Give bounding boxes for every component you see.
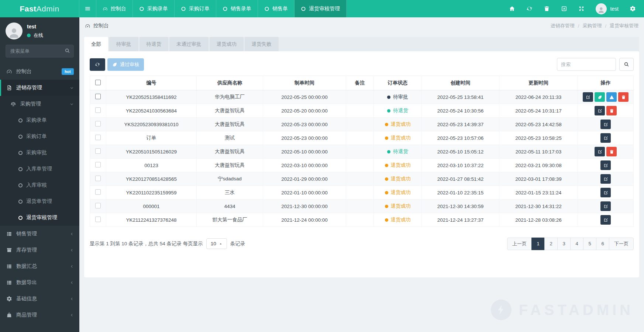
pagination-page-6[interactable]: 6 — [596, 238, 609, 250]
breadcrumb-item[interactable]: 采购管理 — [582, 23, 602, 29]
row-checkbox[interactable] — [95, 94, 101, 99]
pagination-page-5[interactable]: 5 — [583, 238, 596, 250]
topnav-item-purchase-order[interactable]: 采购订单 — [175, 0, 216, 17]
warn-action-button[interactable] — [606, 92, 617, 102]
select-all-checkbox[interactable] — [95, 80, 101, 85]
edit-action-button[interactable] — [600, 160, 611, 170]
sidebar-item-data-summary[interactable]: 数据汇总 — [0, 258, 79, 274]
row-remark — [346, 186, 374, 200]
edit-action-button[interactable] — [600, 120, 611, 129]
pagination-page-1[interactable]: 1 — [531, 238, 545, 250]
status-label: 待退货 — [393, 148, 408, 155]
brand-logo[interactable]: FastAdmin — [0, 0, 79, 17]
sidebar-item-return-manage[interactable]: 退货单管理 — [0, 193, 79, 210]
edit-action-button[interactable] — [600, 133, 611, 143]
trash-action-button[interactable] — [606, 106, 617, 115]
sidebar-item-stock[interactable]: 库存管理 — [0, 242, 79, 258]
edit-action-button[interactable] — [600, 174, 611, 184]
tab-待审批[interactable]: 待审批 — [109, 37, 138, 51]
avatar[interactable] — [6, 23, 23, 39]
row-checkbox[interactable] — [95, 121, 101, 127]
row-checkbox[interactable] — [95, 148, 101, 154]
sidebar-item-goods[interactable]: 商品管理 — [0, 307, 79, 323]
sidebar-item-jxc[interactable]: 进销存管理 — [0, 80, 79, 96]
table-search-input[interactable] — [557, 58, 616, 71]
sidebar-item-return-audit[interactable]: 退货审核管理 — [0, 210, 79, 226]
tab-未通过审批[interactable]: 未通过审批 — [169, 37, 209, 51]
page-size-dropdown[interactable]: 10 — [206, 238, 227, 249]
topnav-item-return-audit[interactable]: 退货审核管理 — [295, 0, 347, 17]
status-badge: 退货成功 — [385, 203, 411, 210]
language-button[interactable]: A — [561, 6, 567, 12]
edit-action-button[interactable] — [595, 106, 605, 115]
pagination-page-2[interactable]: 2 — [544, 238, 558, 250]
edit-action-button[interactable] — [595, 147, 605, 156]
home-icon — [509, 6, 515, 12]
breadcrumb-item[interactable]: 退货审核管理 — [610, 23, 638, 29]
sidebar-item-sale[interactable]: 销售管理 — [0, 226, 79, 242]
sidebar-item-data-export[interactable]: 数据导出 — [0, 274, 79, 291]
refresh-button[interactable] — [90, 58, 105, 71]
sidebar-item-stockin-manage[interactable]: 入库单管理 — [0, 161, 79, 177]
sidebar-toggle-button[interactable] — [79, 0, 96, 17]
row-checkbox[interactable] — [95, 162, 101, 167]
row-checkbox[interactable] — [95, 176, 101, 181]
trash-button[interactable] — [544, 6, 550, 12]
table-row: YK2201102235159959三水2022-01-10 00:00:00退… — [90, 186, 634, 200]
pagination-page-3[interactable]: 3 — [557, 238, 571, 250]
leaf-action-button[interactable] — [595, 92, 605, 102]
sidebar-item-purchase[interactable]: 采购管理 — [0, 96, 79, 112]
tab-退货成功[interactable]: 退货成功 — [210, 37, 244, 51]
fullscreen-icon — [578, 6, 585, 12]
row-actions-cell — [578, 172, 634, 186]
sidebar-item-purchase-order[interactable]: 采购订单 — [0, 128, 79, 145]
trash-action-icon — [609, 149, 614, 154]
row-checkbox[interactable] — [95, 217, 101, 222]
edit-action-button[interactable] — [600, 215, 611, 225]
row-checkbox[interactable] — [95, 203, 101, 208]
row-actions — [600, 120, 611, 129]
tab-全部[interactable]: 全部 — [84, 37, 108, 51]
pagination-next[interactable]: 下一页 — [609, 238, 634, 250]
chevron-left-icon — [70, 232, 74, 236]
sidebar-item-label: 入库单管理 — [26, 166, 52, 172]
menu-search-input[interactable] — [6, 45, 74, 58]
sidebar-item-console[interactable]: 控制台hot — [0, 63, 79, 80]
home-button[interactable] — [509, 6, 515, 12]
tab-待退货[interactable]: 待退货 — [140, 37, 169, 51]
topnav-item-label: 采购订单 — [189, 6, 210, 12]
edit-action-button[interactable] — [600, 188, 611, 197]
trash-action-button[interactable] — [618, 92, 628, 102]
tab-退货失败[interactable]: 退货失败 — [245, 37, 279, 51]
edit-action-button[interactable] — [600, 201, 611, 211]
table-search-button[interactable] — [619, 58, 634, 71]
topnav-item-console[interactable]: 控制台 — [96, 0, 133, 17]
sidebar-item-base-info[interactable]: 基础信息 — [0, 291, 79, 307]
status-label: 退货成功 — [391, 203, 411, 210]
refresh-button[interactable] — [526, 6, 533, 12]
trash-action-icon — [621, 95, 626, 100]
breadcrumb-item[interactable]: 进销存管理 — [551, 23, 575, 29]
row-checkbox[interactable] — [95, 107, 101, 113]
sidebar-menu: 控制台hot进销存管理采购管理采购录单采购订单采购审批入库单管理入库审核退货单管… — [0, 63, 79, 323]
approve-button[interactable]: 通过审核 — [107, 58, 144, 71]
fullscreen-button[interactable] — [578, 6, 585, 12]
row-checkbox[interactable] — [95, 135, 101, 140]
pagination-prev[interactable]: 上一页 — [507, 238, 532, 250]
topnav-item-sale-order[interactable]: 销售单 — [258, 0, 295, 17]
pagination-page-4[interactable]: 4 — [570, 238, 583, 250]
navbar-user-menu[interactable]: test — [596, 3, 619, 14]
topnav-item-sale-entry[interactable]: 销售录单 — [216, 0, 258, 17]
settings-button[interactable] — [630, 6, 636, 12]
row-actions-cell — [578, 118, 634, 131]
edit-action-button[interactable] — [583, 92, 593, 102]
sidebar-item-purchase-entry[interactable]: 采购录单 — [0, 112, 79, 128]
trash-action-button[interactable] — [606, 147, 617, 156]
sidebar-item-stockin-audit[interactable]: 入库审核 — [0, 177, 79, 193]
records-summary-suffix: 条记录 — [230, 241, 245, 247]
breadcrumb: 进销存管理/采购管理/退货审核管理 — [551, 23, 638, 29]
topnav-item-purchase-entry[interactable]: 采购录单 — [133, 0, 175, 17]
row-select-cell — [90, 172, 106, 186]
sidebar-item-purchase-approve[interactable]: 采购审批 — [0, 145, 79, 161]
row-checkbox[interactable] — [95, 189, 101, 195]
